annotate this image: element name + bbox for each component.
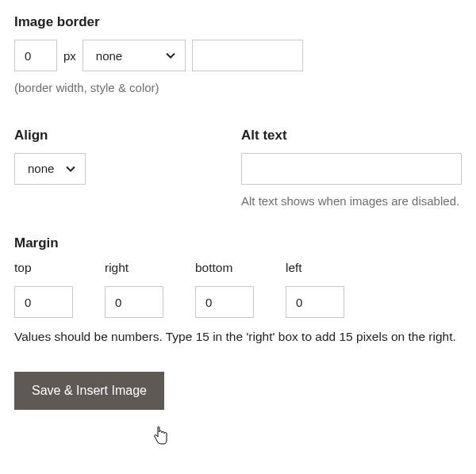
margin-right-label: right bbox=[105, 261, 163, 275]
border-color-input[interactable] bbox=[192, 40, 303, 71]
margin-heading: Margin bbox=[14, 235, 462, 251]
border-help-text: (border width, style & color) bbox=[14, 79, 462, 97]
image-border-row: px none bbox=[14, 40, 462, 71]
margin-top-col: top bbox=[14, 261, 73, 318]
margin-right-input[interactable] bbox=[105, 286, 163, 318]
margin-help-text: Values should be numbers. Type 15 in the… bbox=[14, 327, 462, 346]
align-select[interactable]: none bbox=[14, 153, 86, 185]
image-border-section: Image border px none (border width, styl… bbox=[14, 14, 462, 97]
alt-text-heading: Alt text bbox=[241, 128, 462, 143]
save-insert-button[interactable]: Save & Insert Image bbox=[14, 372, 164, 410]
margin-bottom-label: bottom bbox=[195, 261, 254, 275]
margin-left-input[interactable] bbox=[286, 286, 344, 318]
image-border-heading: Image border bbox=[14, 14, 462, 30]
margin-right-col: right bbox=[105, 261, 163, 318]
alt-text-help: Alt text shows when images are disabled. bbox=[241, 193, 462, 211]
margin-bottom-col: bottom bbox=[195, 261, 254, 318]
alt-text-input[interactable] bbox=[241, 153, 462, 185]
margin-left-col: left bbox=[286, 261, 344, 318]
border-style-select[interactable]: none bbox=[83, 40, 186, 71]
align-section: Align none bbox=[14, 128, 233, 211]
border-width-input[interactable] bbox=[14, 40, 57, 71]
alt-text-section: Alt text Alt text shows when images are … bbox=[241, 128, 462, 211]
margin-top-input[interactable] bbox=[14, 286, 73, 318]
chevron-down-icon bbox=[66, 164, 75, 174]
align-heading: Align bbox=[14, 128, 233, 143]
margin-section: Margin top right bottom left Values shou… bbox=[14, 235, 462, 346]
margin-grid: top right bottom left bbox=[14, 261, 462, 318]
margin-top-label: top bbox=[14, 261, 73, 275]
margin-left-label: left bbox=[286, 261, 344, 275]
align-alt-row: Align none Alt text Alt text shows when … bbox=[14, 128, 462, 211]
align-value: none bbox=[28, 162, 54, 175]
border-style-value: none bbox=[96, 49, 122, 63]
margin-bottom-input[interactable] bbox=[195, 286, 254, 318]
border-width-unit: px bbox=[63, 49, 76, 63]
chevron-down-icon bbox=[166, 51, 175, 60]
